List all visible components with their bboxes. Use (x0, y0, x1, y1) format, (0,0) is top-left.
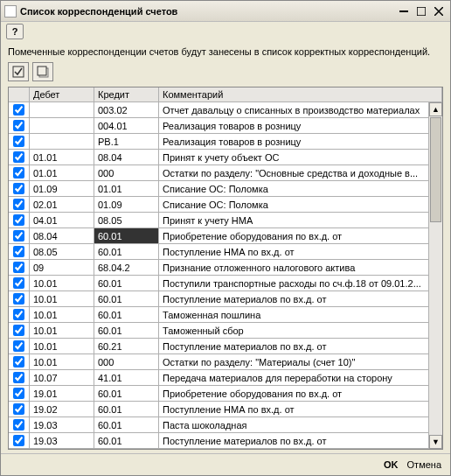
row-checkbox[interactable] (9, 323, 30, 338)
cell-comment[interactable]: Поступление НМА по вх.д. от (159, 402, 442, 416)
table-row[interactable]: 10.0160.01Поступили транспортные расходы… (9, 276, 442, 291)
table-row[interactable]: 19.0160.01Приобретение оборудования по в… (9, 386, 442, 402)
cell-kredit[interactable]: 41.01 (94, 370, 159, 385)
table-row[interactable]: 19.0260.01Поступление НМА по вх.д. от (9, 402, 442, 417)
table-row[interactable]: 01.0108.04Принят к учету объект ОС (9, 150, 442, 165)
cell-comment[interactable]: Поступление НМА по вх.д. от (159, 244, 442, 259)
row-checkbox[interactable] (9, 417, 30, 432)
cell-comment[interactable]: Остатки по разделу: "Основные средства и… (159, 165, 442, 180)
cell-kredit[interactable]: 004.01 (94, 118, 159, 133)
cell-kredit[interactable]: 60.01 (94, 433, 159, 448)
cell-kredit[interactable]: 60.01 (94, 276, 159, 290)
cell-comment[interactable]: Приобретение оборудования по вх.д. от (159, 386, 442, 401)
table-row[interactable]: 08.0560.01Поступление НМА по вх.д. от (9, 244, 442, 260)
row-checkbox[interactable] (9, 291, 30, 306)
cell-comment[interactable]: Списание ОС: Поломка (159, 197, 442, 212)
cell-comment[interactable]: Таможенная пошлина (159, 307, 442, 322)
table-row[interactable]: 10.0160.01Таможенная пошлина (9, 307, 442, 323)
cell-kredit[interactable]: 08.04 (94, 150, 159, 164)
cell-comment[interactable]: Реализация товаров в розницу (159, 134, 442, 149)
table-row[interactable]: 19.0360.01Поступление материалов по вх.д… (9, 433, 442, 449)
table-row[interactable]: 10.0160.21Поступление материалов по вх.д… (9, 339, 442, 354)
header-debet[interactable]: Дебет (30, 88, 94, 102)
cell-comment[interactable]: Поступление материалов по вх.д. от (159, 339, 442, 354)
table-row[interactable]: 10.0160.01Таможенный сбор (9, 323, 442, 339)
cell-kredit[interactable]: 08.05 (94, 213, 159, 228)
table-row[interactable]: 10.0160.01Поступление материалов по вх.д… (9, 291, 442, 307)
row-checkbox[interactable] (9, 102, 30, 117)
cell-debet[interactable]: 08.04 (30, 228, 94, 243)
row-checkbox[interactable] (9, 276, 30, 290)
cell-debet[interactable]: 10.01 (30, 323, 94, 338)
table-row[interactable]: 19.0360.01Паста шоколадная (9, 417, 442, 433)
table-row[interactable]: 10.01000Остатки по разделу: "Материалы (… (9, 354, 442, 370)
cell-comment[interactable]: Списание ОС: Поломка (159, 181, 442, 196)
header-comment[interactable]: Комментарий (159, 88, 442, 102)
cell-kredit[interactable]: 60.01 (94, 291, 159, 306)
row-checkbox[interactable] (9, 244, 30, 259)
cell-comment[interactable]: Отчет давальцу о списанных в производств… (159, 102, 442, 117)
table-row[interactable]: 08.0460.01Приобретение оборудования по в… (9, 228, 442, 244)
table-row[interactable]: 10.0741.01Передача материалов для перера… (9, 370, 442, 386)
cell-kredit[interactable]: 60.01 (94, 402, 159, 416)
header-checkbox[interactable] (9, 88, 30, 102)
cell-debet[interactable] (30, 102, 94, 117)
row-checkbox[interactable] (9, 213, 30, 228)
cell-kredit[interactable]: 60.01 (94, 307, 159, 322)
cell-kredit[interactable]: 60.01 (94, 323, 159, 338)
cell-comment[interactable]: Таможенный сбор (159, 323, 442, 338)
cell-comment[interactable]: Передача материалов для переработки на с… (159, 370, 442, 385)
cell-debet[interactable]: 01.01 (30, 165, 94, 180)
scroll-up-button[interactable]: ▲ (429, 102, 442, 116)
uncheck-all-button[interactable] (32, 62, 53, 81)
cell-comment[interactable]: Принят к учету объект ОС (159, 150, 442, 164)
cell-kredit[interactable]: 60.01 (94, 417, 159, 432)
row-checkbox[interactable] (9, 181, 30, 196)
row-checkbox[interactable] (9, 228, 30, 243)
row-checkbox[interactable] (9, 339, 30, 354)
cancel-button[interactable]: Отмена (407, 459, 441, 470)
cell-debet[interactable]: 19.01 (30, 386, 94, 401)
cell-debet[interactable]: 10.01 (30, 291, 94, 306)
cell-comment[interactable]: Паста шоколадная (159, 417, 442, 432)
cell-comment[interactable]: Поступили транспортные расходы по сч.ф.1… (159, 276, 442, 290)
cell-debet[interactable]: 10.01 (30, 307, 94, 322)
cell-kredit[interactable]: 68.04.2 (94, 260, 159, 275)
cell-kredit[interactable]: 60.01 (94, 244, 159, 259)
table-row[interactable]: 04.0108.05Принят к учету НМА (9, 213, 442, 228)
cell-debet[interactable] (30, 118, 94, 133)
cell-debet[interactable]: 09 (30, 260, 94, 275)
cell-comment[interactable]: Остатки по разделу: "Материалы (счет 10)… (159, 354, 442, 369)
cell-kredit[interactable]: РВ.1 (94, 134, 159, 149)
cell-kredit[interactable]: 60.21 (94, 339, 159, 354)
row-checkbox[interactable] (9, 307, 30, 322)
cell-debet[interactable]: 01.09 (30, 181, 94, 196)
cell-debet[interactable]: 10.01 (30, 339, 94, 354)
cell-debet[interactable]: 01.01 (30, 150, 94, 164)
table-row[interactable]: 003.02Отчет давальцу о списанных в произ… (9, 102, 442, 118)
cell-kredit[interactable]: 60.01 (94, 228, 159, 243)
close-button[interactable] (431, 4, 447, 18)
table-row[interactable]: 02.0101.09Списание ОС: Поломка (9, 197, 442, 213)
help-button[interactable]: ? (6, 24, 24, 39)
row-checkbox[interactable] (9, 134, 30, 149)
cell-comment[interactable]: Признание отложенного налогового актива (159, 260, 442, 275)
cell-debet[interactable]: 10.07 (30, 370, 94, 385)
table-row[interactable]: РВ.1Реализация товаров в розницу (9, 134, 442, 150)
row-checkbox[interactable] (9, 370, 30, 385)
row-checkbox[interactable] (9, 165, 30, 180)
table-row[interactable]: 0968.04.2Признание отложенного налоговог… (9, 260, 442, 276)
cell-comment[interactable]: Приобретение оборудования по вх.д. от (159, 228, 442, 243)
cell-debet[interactable]: 10.01 (30, 354, 94, 369)
minimize-button[interactable] (396, 4, 412, 18)
cell-debet[interactable]: 04.01 (30, 213, 94, 228)
table-row[interactable]: 004.01Реализация товаров в розницу (9, 118, 442, 134)
table-row[interactable]: 01.01000Остатки по разделу: "Основные ср… (9, 165, 442, 181)
cell-kredit[interactable]: 000 (94, 165, 159, 180)
cell-debet[interactable]: 10.01 (30, 276, 94, 290)
cell-kredit[interactable]: 01.01 (94, 181, 159, 196)
check-all-button[interactable] (8, 62, 29, 81)
cell-kredit[interactable]: 01.09 (94, 197, 159, 212)
cell-kredit[interactable]: 000 (94, 354, 159, 369)
row-checkbox[interactable] (9, 150, 30, 164)
